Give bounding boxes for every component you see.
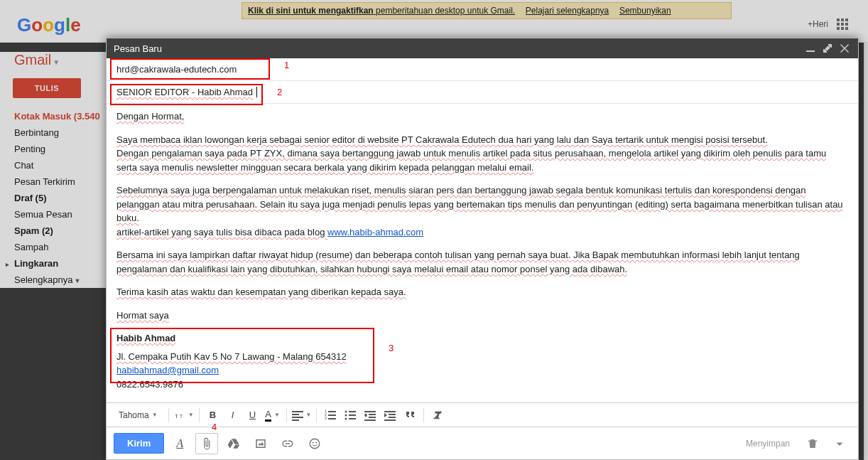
- sidebar-item-3[interactable]: Chat: [0, 157, 107, 173]
- align-button[interactable]: ▼: [291, 407, 313, 424]
- email-body[interactable]: Dengan Hormat, Saya membaca iklan lowong…: [107, 104, 858, 402]
- bold-button[interactable]: B: [204, 407, 222, 424]
- send-button[interactable]: Kirim: [114, 433, 164, 454]
- insert-link-button[interactable]: [276, 433, 299, 454]
- format-toolbar: Tahoma▼ тT▼ B I U A▼ ▼ 123: [107, 402, 858, 427]
- expand-icon[interactable]: [821, 42, 834, 55]
- svg-point-12: [316, 442, 318, 443]
- attach-file-button[interactable]: [195, 433, 218, 454]
- compose-button[interactable]: TULIS: [13, 78, 81, 98]
- sidebar-item-0[interactable]: Kotak Masuk (3.540: [0, 108, 107, 124]
- sidebar: Gmail▼ TULIS Kotak Masuk (3.540Berbintan…: [0, 52, 107, 288]
- sidebar-item-7[interactable]: Spam (2): [0, 223, 107, 239]
- subject-field[interactable]: SENIOR EDITOR - Habib Ahmad: [107, 81, 858, 104]
- close-icon[interactable]: [838, 42, 851, 55]
- right-edge: [864, 43, 868, 460]
- compose-window: Pesan Baru hrd@cakrawala-edutech.com SEN…: [106, 38, 859, 460]
- underline-button[interactable]: U: [244, 407, 262, 424]
- sidebar-item-9[interactable]: ▸Lingkaran: [0, 255, 107, 272]
- blog-link[interactable]: www.habib-ahmad.com: [327, 227, 423, 237]
- learn-more-link[interactable]: Pelajari selengkapnya: [526, 6, 609, 16]
- hide-notification-link[interactable]: Sembunyikan: [619, 6, 671, 16]
- svg-text:3: 3: [325, 416, 327, 420]
- saving-status: Menyimpan: [746, 439, 790, 449]
- to-field[interactable]: hrd@cakrawala-edutech.com: [107, 58, 858, 81]
- chevron-down-icon: ▼: [53, 58, 60, 66]
- annotation-label-4: 4: [212, 422, 217, 432]
- signature-phone: 0822.6543.9876: [116, 378, 848, 392]
- signature-email[interactable]: habibahmad@gmail.com: [116, 365, 219, 375]
- insert-emoji-button[interactable]: [303, 433, 326, 454]
- svg-text:T: T: [180, 414, 183, 419]
- more-options-button[interactable]: [828, 433, 851, 454]
- sidebar-item-2[interactable]: Penting: [0, 141, 107, 157]
- text-color-button[interactable]: A▼: [264, 407, 282, 424]
- compose-bottom-bar: Kirim A Menyimpan: [107, 427, 858, 459]
- sidebar-item-4[interactable]: Pesan Terkirim: [0, 173, 107, 190]
- chevron-right-icon: ▸: [6, 261, 13, 268]
- sidebar-item-8[interactable]: Sampah: [0, 239, 107, 255]
- remove-format-button[interactable]: [428, 407, 447, 424]
- annotation-label-1: 1: [284, 60, 289, 70]
- svg-point-8: [345, 417, 347, 419]
- sidebar-item-6[interactable]: Semua Pesan: [0, 206, 107, 223]
- top-right-controls: +Heri: [808, 18, 848, 30]
- indent-less-button[interactable]: [361, 407, 379, 424]
- svg-text:т: т: [175, 412, 178, 419]
- compose-title-text: Pesan Baru: [114, 43, 162, 54]
- svg-point-11: [313, 442, 314, 443]
- annotation-label-2: 2: [277, 87, 282, 97]
- compose-titlebar[interactable]: Pesan Baru: [107, 38, 858, 58]
- signature-name: Habib Ahmad: [116, 333, 175, 343]
- italic-button[interactable]: I: [224, 407, 242, 424]
- signature-address: Jl. Cempaka Putih Kav 5 No 7 Lawang - Ma…: [116, 351, 347, 362]
- insert-drive-button[interactable]: [222, 433, 245, 454]
- enable-notifications-link[interactable]: Klik di sini untuk mengaktifkan pemberit…: [248, 6, 515, 16]
- formatting-toggle-button[interactable]: A: [168, 433, 191, 454]
- numbered-list-button[interactable]: 123: [321, 407, 340, 424]
- sidebar-item-10[interactable]: Selengkapnya▼: [0, 272, 107, 288]
- sidebar-item-5[interactable]: Draf (5): [0, 190, 107, 206]
- insert-photo-button[interactable]: [249, 433, 272, 454]
- notification-bar: Klik di sini untuk mengaktifkan pemberit…: [242, 2, 732, 19]
- apps-icon[interactable]: [837, 18, 848, 30]
- google-logo: Google: [17, 14, 81, 36]
- svg-rect-0: [806, 50, 815, 52]
- indent-more-button[interactable]: [381, 407, 399, 424]
- annotation-label-3: 3: [389, 343, 394, 353]
- font-picker[interactable]: Tahoma▼: [112, 407, 164, 424]
- svg-point-7: [345, 414, 347, 416]
- font-size-button[interactable]: тT▼: [173, 407, 195, 424]
- chevron-down-icon: ▼: [74, 277, 80, 284]
- bullet-list-button[interactable]: [341, 407, 359, 424]
- user-link[interactable]: +Heri: [808, 19, 828, 29]
- svg-point-10: [310, 439, 320, 449]
- discard-button[interactable]: [801, 433, 824, 454]
- svg-point-6: [345, 410, 347, 412]
- sidebar-item-1[interactable]: Berbintang: [0, 124, 107, 141]
- minimize-icon[interactable]: [804, 42, 817, 55]
- gmail-label[interactable]: Gmail▼: [0, 52, 107, 78]
- quote-button[interactable]: [401, 407, 419, 424]
